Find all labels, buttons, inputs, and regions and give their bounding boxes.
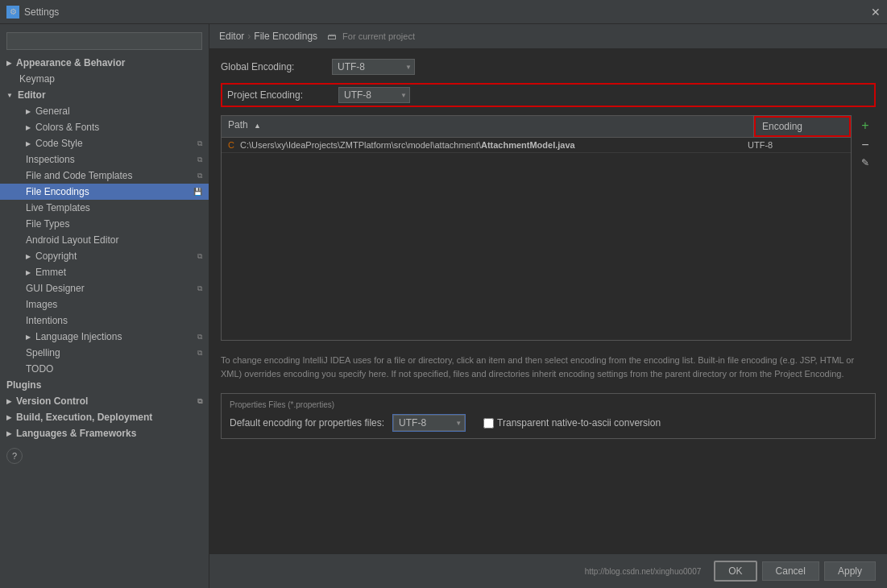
checkbox-row: Transparent native-to-ascii conversion (483, 417, 661, 429)
sidebar-item-file-code-templates[interactable]: File and Code Templates ⧉ (0, 168, 209, 184)
sidebar-item-code-style[interactable]: ▶ Code Style ⧉ (0, 135, 209, 151)
expand-arrow-emmet: ▶ (26, 269, 31, 276)
description-text: To change encoding IntelliJ IDEA uses fo… (221, 347, 876, 387)
breadcrumb-icon: 🗃 (327, 31, 336, 41)
table-header: Path ▲ Encoding (222, 116, 851, 138)
expand-arrow-vc: ▶ (6, 398, 11, 405)
sidebar-item-copyright[interactable]: ▶ Copyright ⧉ (0, 248, 209, 264)
breadcrumb: Editor › File Encodings 🗃 For current pr… (209, 24, 887, 49)
sidebar-item-general[interactable]: ▶ General (0, 103, 209, 119)
sidebar-item-intentions[interactable]: Intentions (0, 313, 209, 329)
table-section: Path ▲ Encoding C C:\Users\xy\IdeaProjec… (221, 115, 876, 341)
sidebar-item-language-injections[interactable]: ▶ Language Injections ⧉ (0, 329, 209, 345)
ok-button[interactable]: OK (714, 561, 756, 582)
breadcrumb-project: For current project (342, 31, 415, 41)
table-cell-path: C C:\Users\xy\IdeaProjects\ZMTPlatform\s… (228, 140, 748, 150)
global-encoding-select-wrapper: UTF-8 ISO-8859-1 windows-1252 (332, 59, 415, 75)
sidebar-item-android-layout[interactable]: Android Layout Editor (0, 232, 209, 248)
project-encoding-select-wrapper: UTF-8 ISO-8859-1 (338, 87, 410, 103)
apply-button[interactable]: Apply (824, 561, 876, 581)
properties-section: Properties Files (*.properties) Default … (221, 393, 876, 439)
table-row[interactable]: C C:\Users\xy\IdeaProjects\ZMTPlatform\s… (222, 138, 851, 153)
badge-spelling: ⧉ (197, 349, 202, 358)
expand-arrow-lang-inj: ▶ (26, 333, 31, 341)
expand-arrow-codestyle: ▶ (26, 140, 31, 147)
expand-arrow-editor: ▼ (6, 92, 13, 99)
sidebar-item-editor[interactable]: ▼ Editor (0, 87, 209, 103)
sidebar-item-file-types[interactable]: File Types (0, 216, 209, 232)
project-encoding-select[interactable]: UTF-8 ISO-8859-1 (338, 87, 410, 103)
sidebar-item-keymap[interactable]: Keymap (0, 71, 209, 87)
global-encoding-select[interactable]: UTF-8 ISO-8859-1 windows-1252 (332, 59, 415, 75)
breadcrumb-sep: › (247, 31, 251, 42)
table-header-path[interactable]: Path ▲ (222, 116, 754, 137)
breadcrumb-file-encodings: File Encodings (254, 31, 317, 42)
badge-vc: ⧉ (197, 397, 202, 406)
badge-gui-designer: ⧉ (197, 284, 202, 293)
expand-arrow-build: ▶ (6, 414, 11, 421)
sidebar-item-emmet[interactable]: ▶ Emmet (0, 264, 209, 280)
project-encoding-row: Project Encoding: UTF-8 ISO-8859-1 (221, 83, 876, 107)
table-body: C C:\Users\xy\IdeaProjects\ZMTPlatform\s… (222, 138, 851, 340)
global-encoding-row: Global Encoding: UTF-8 ISO-8859-1 window… (221, 59, 876, 75)
main-layout: ▶ Appearance & Behavior Keymap ▼ Editor … (0, 24, 887, 588)
sidebar-item-gui-designer[interactable]: GUI Designer ⧉ (0, 280, 209, 296)
breadcrumb-editor: Editor (219, 31, 244, 42)
cancel-button[interactable]: Cancel (762, 561, 819, 581)
badge-copyright: ⧉ (197, 252, 202, 261)
sidebar-item-build[interactable]: ▶ Build, Execution, Deployment (0, 409, 209, 425)
search-input[interactable] (6, 32, 202, 50)
expand-arrow-colors: ▶ (26, 124, 31, 131)
expand-arrow-copyright: ▶ (26, 253, 31, 260)
help-button[interactable]: ? (6, 448, 23, 464)
add-row-button[interactable]: + (858, 117, 872, 135)
badge-code-style: ⧉ (197, 139, 202, 148)
sidebar-item-live-templates[interactable]: Live Templates (0, 200, 209, 216)
sidebar-item-languages[interactable]: ▶ Languages & Frameworks (0, 425, 209, 441)
transparent-label: Transparent native-to-ascii conversion (497, 417, 661, 429)
edit-row-button[interactable]: ✎ (858, 155, 872, 170)
project-encoding-label: Project Encoding: (227, 89, 332, 101)
expand-arrow-general: ▶ (26, 108, 31, 115)
remove-row-button[interactable]: − (858, 136, 872, 154)
sidebar-item-inspections[interactable]: Inspections ⧉ (0, 151, 209, 168)
title-bar: ⚙ Settings ✕ (0, 0, 887, 24)
expand-arrow-languages: ▶ (6, 430, 11, 437)
properties-encoding-select-wrapper: UTF-8 ISO-8859-1 (392, 414, 466, 432)
expand-arrow: ▶ (6, 60, 11, 67)
properties-encoding-select[interactable]: UTF-8 ISO-8859-1 (393, 415, 465, 431)
sidebar-item-version-control[interactable]: ▶ Version Control ⧉ (0, 393, 209, 409)
table-actions: + − ✎ (855, 115, 876, 341)
sidebar-item-images[interactable]: Images (0, 296, 209, 313)
default-encoding-label: Default encoding for properties files: (230, 417, 384, 429)
title-bar-left: ⚙ Settings (6, 6, 59, 19)
file-name-text: AttachmentModel.java (481, 140, 575, 150)
close-button[interactable]: ✕ (871, 6, 881, 19)
content-inner: Global Encoding: UTF-8 ISO-8859-1 window… (209, 49, 887, 553)
url-text: http://blog.csdn.net/xinghuo0007 (585, 567, 702, 576)
sidebar-item-colors-fonts[interactable]: ▶ Colors & Fonts (0, 119, 209, 135)
window-title: Settings (24, 6, 59, 18)
content-panel: Editor › File Encodings 🗃 For current pr… (209, 24, 887, 588)
sidebar-item-plugins[interactable]: Plugins (0, 377, 209, 393)
settings-icon: ⚙ (6, 6, 19, 19)
file-icon: C (228, 140, 234, 150)
properties-title: Properties Files (*.properties) (230, 400, 867, 409)
badge-file-encodings: 💾 (193, 188, 202, 196)
transparent-checkbox[interactable] (483, 418, 494, 429)
sidebar-item-todo[interactable]: TODO (0, 361, 209, 377)
sidebar-item-spelling[interactable]: Spelling ⧉ (0, 345, 209, 361)
bottom-bar: http://blog.csdn.net/xinghuo0007 OK Canc… (209, 553, 887, 588)
badge-file-code-templates: ⧉ (197, 172, 202, 180)
file-path-text: C:\Users\xy\IdeaProjects\ZMTPlatform\src… (240, 140, 481, 150)
table-cell-encoding: UTF-8 (748, 140, 844, 150)
sidebar-item-appearance[interactable]: ▶ Appearance & Behavior (0, 55, 209, 71)
badge-lang-inj: ⧉ (197, 333, 202, 342)
sidebar-item-file-encodings[interactable]: File Encodings 💾 (0, 184, 209, 200)
file-table: Path ▲ Encoding C C:\Users\xy\IdeaProjec… (221, 115, 852, 341)
sort-indicator: ▲ (254, 122, 261, 130)
badge-inspections: ⧉ (197, 155, 202, 164)
properties-row: Default encoding for properties files: U… (230, 414, 867, 432)
global-encoding-label: Global Encoding: (221, 61, 325, 72)
table-header-encoding[interactable]: Encoding (754, 116, 851, 137)
